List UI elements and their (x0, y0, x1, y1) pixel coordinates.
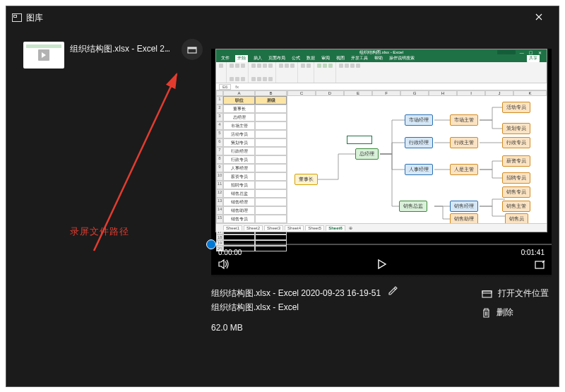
annotation-text: 录屏文件路径 (70, 225, 129, 238)
current-time: 0:00:00 (218, 249, 242, 256)
sidebar: 组织结构图.xlsx - Excel 2... (23, 42, 197, 69)
thumbnail-image (23, 42, 64, 69)
close-button[interactable] (525, 13, 553, 23)
excel-sheet-tabs: Sheet1 Sheet2 Sheet3 Sheet4 Sheet5 Sheet… (216, 223, 547, 232)
seek-bar[interactable] (211, 244, 552, 245)
gallery-window: 图库 组织结构图.xlsx - Excel 2... (6, 6, 559, 387)
play-overlay-icon (37, 49, 50, 61)
excel-preview: 组织结构图.xlsx - Excel — ☐ ✕ 文件 开始 插入 页面布局 公… (215, 49, 547, 232)
excel-formula-bar: E6fx (216, 83, 547, 90)
svg-marker-2 (42, 52, 46, 58)
file-size: 62.0 MB (211, 323, 482, 333)
recording-thumbnail-item[interactable]: 组织结构图.xlsx - Excel 2... (23, 42, 197, 69)
svg-rect-4 (188, 47, 196, 49)
open-path-button[interactable] (182, 39, 203, 60)
fullscreen-button[interactable] (535, 259, 545, 272)
volume-button[interactable] (218, 259, 230, 272)
svg-line-5 (94, 74, 177, 251)
svg-rect-8 (482, 291, 492, 297)
filename-full: 组织结构图.xlsx - Excel 2020-09-23 16-19-51 (211, 286, 381, 300)
excel-data-table: AB 1职位层级 2董事长3总经理4市场主管5活动专员6策划专员7行政经理8行政… (216, 90, 287, 223)
svg-marker-6 (379, 260, 386, 268)
org-chart: C D E F G H I J K (287, 90, 547, 223)
excel-search-box (497, 50, 516, 54)
play-button[interactable] (377, 259, 387, 272)
svg-rect-1 (14, 16, 17, 18)
svg-rect-9 (482, 291, 492, 293)
edit-name-button[interactable] (388, 286, 398, 300)
titlebar: 图库 (6, 6, 559, 29)
duration: 0:01:41 (521, 249, 545, 256)
main-area: 组织结构图.xlsx - Excel — ☐ ✕ 文件 开始 插入 页面布局 公… (211, 29, 552, 379)
excel-ribbon-tabs: 文件 开始 插入 页面布局 公式 数据 审阅 视图 开发工具 帮助 操作说明搜索… (216, 55, 547, 62)
video-player[interactable]: 组织结构图.xlsx - Excel — ☐ ✕ 文件 开始 插入 页面布局 公… (211, 49, 552, 275)
delete-button[interactable]: 删除 (482, 307, 549, 319)
file-metadata: 组织结构图.xlsx - Excel 2020-09-23 16-19-51 组… (211, 286, 552, 333)
thumbnail-label: 组织结构图.xlsx - Excel 2... (70, 44, 176, 54)
excel-ribbon (216, 62, 547, 83)
filename-short: 组织结构图.xlsx - Excel (211, 300, 299, 314)
window-title: 图库 (26, 12, 43, 24)
excel-window-buttons: — ☐ ✕ (520, 50, 544, 55)
gallery-icon (12, 13, 22, 22)
excel-title: 组织结构图.xlsx - Excel (359, 49, 403, 56)
open-location-button[interactable]: 打开文件位置 (482, 287, 549, 299)
